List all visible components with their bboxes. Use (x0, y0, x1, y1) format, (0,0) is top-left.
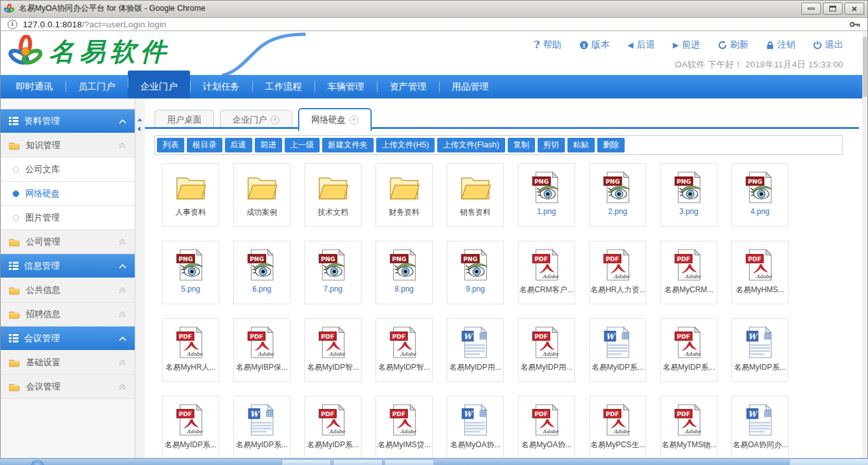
file-cell[interactable]: PDFAdobe名易MyIDP智... (304, 318, 362, 382)
file-cell[interactable]: PNG8.png (376, 241, 433, 304)
file-cell[interactable]: PNG2.png (589, 163, 646, 227)
nav-item-2[interactable]: 员工门户 (65, 75, 128, 98)
taskbar-window-button[interactable] (384, 459, 434, 465)
header-link-forward[interactable]: ▶前进 (673, 39, 700, 51)
toolbar-button-3[interactable]: 后退 (225, 138, 252, 152)
toolbar-button-1[interactable]: 列表 (157, 138, 184, 152)
page-scrollbar[interactable] (862, 32, 867, 459)
sidebar-item-3[interactable]: 公司文库 (1, 158, 135, 182)
sidebar-item-6[interactable]: 公司管理 (1, 230, 135, 254)
splitter-collapse-up-icon[interactable] (137, 118, 142, 121)
file-cell[interactable]: PDFAdobe名易HR人力资... (589, 241, 646, 304)
splitter-collapse-left-icon[interactable] (137, 126, 140, 131)
tab-2[interactable]: 企业门户× (220, 110, 292, 129)
file-cell[interactable]: 技术文档 (304, 163, 362, 227)
system-tray[interactable] (789, 459, 868, 465)
file-cell[interactable]: 人事资料 (162, 163, 219, 227)
svg-text:PNG: PNG (250, 255, 264, 262)
minimize-button[interactable] (801, 3, 821, 15)
address-bar[interactable]: i 127.0.0.1:8018/?act=userLogin.login (0, 18, 868, 31)
file-cell[interactable]: PDFAdobe名易MyIDP智... (376, 318, 433, 382)
toolbar-button-4[interactable]: 前进 (255, 138, 282, 152)
file-cell[interactable]: PNG7.png (304, 241, 362, 304)
file-cell[interactable]: PDFAdobe名易MyTMS物... (660, 396, 717, 459)
file-cell[interactable]: PDFAdobe名易MyOA协... (518, 396, 575, 459)
file-cell[interactable]: W名易MyIDP系... (233, 396, 290, 459)
sidebar-item-5[interactable]: 图片管理 (1, 206, 135, 230)
file-cell[interactable]: W名易MyIDP用... (447, 318, 504, 382)
file-cell[interactable]: PNG4.png (731, 163, 789, 227)
file-cell[interactable]: PDFAdobe名易MyHMS... (731, 241, 789, 304)
nav-item-6[interactable]: 车辆管理 (315, 75, 377, 98)
file-cell[interactable]: PNG1.png (518, 163, 575, 227)
nav-item-5[interactable]: 工作流程 (252, 75, 315, 98)
file-cell[interactable]: PDFAdobe名易MyHR人... (162, 318, 219, 382)
close-button[interactable]: × (844, 3, 864, 15)
file-cell[interactable]: PDFAdobe名易MyIDP用... (518, 318, 575, 382)
file-cell[interactable]: W名易MyIDP系... (589, 318, 646, 382)
file-cell[interactable]: PDFAdobe名易MyPCS生... (589, 396, 646, 459)
file-cell[interactable]: W名易MyOA协... (447, 396, 504, 459)
header-link-back[interactable]: ◀后退 (628, 39, 655, 51)
nav-item-4[interactable]: 计划任务 (190, 75, 252, 98)
toolbar-button-7[interactable]: 上传文件(H5) (376, 138, 435, 152)
sidebar-section-7[interactable]: 信息管理 (1, 254, 135, 278)
start-button[interactable] (31, 460, 44, 465)
header-link-logout[interactable]: 注销 (766, 39, 796, 51)
toolbar-button-6[interactable]: 新建文件夹 (322, 138, 374, 152)
header-link-version[interactable]: i版本 (580, 39, 610, 51)
tab-3[interactable]: 网络硬盘× (298, 108, 372, 131)
toolbar-button-9[interactable]: 复制 (508, 138, 535, 152)
nav-item-1[interactable]: 即时通讯 (3, 75, 65, 98)
file-cell[interactable]: PNG9.png (447, 241, 504, 304)
sidebar-item-4[interactable]: 网络硬盘 (1, 182, 135, 206)
file-cell[interactable]: PDFAdobe名易MyIBP保... (233, 318, 290, 382)
header-link-help[interactable]: ?帮助 (534, 39, 561, 51)
header-link-refresh[interactable]: 刷新 (718, 39, 749, 51)
sidebar-section-1[interactable]: 资料管理 (1, 109, 135, 133)
tab-close-icon[interactable]: × (349, 116, 358, 125)
taskbar-window-button[interactable] (333, 459, 383, 465)
file-name: 6.png (252, 285, 271, 293)
tab-close-icon[interactable]: × (271, 116, 280, 125)
file-cell[interactable]: PNG5.png (162, 241, 219, 304)
sidebar-item-9[interactable]: 招聘信息 (1, 302, 135, 327)
toolbar-button-8[interactable]: 上传文件(Flash) (437, 138, 505, 152)
sidebar-item-11[interactable]: 基础设置 (1, 351, 135, 375)
file-cell[interactable]: PDFAdobe名易MyIMS贷... (376, 396, 433, 459)
sidebar-splitter[interactable] (135, 98, 145, 459)
sidebar-section-10[interactable]: 会议管理 (1, 327, 135, 350)
site-info-icon[interactable]: i (8, 20, 17, 29)
file-cell[interactable]: PDFAdobe名易MyIDP系... (660, 318, 717, 382)
toolbar-button-11[interactable]: 粘贴 (567, 138, 595, 152)
key-icon[interactable] (850, 21, 860, 28)
header-link-exit[interactable]: 退出 (813, 39, 843, 51)
file-cell[interactable]: 销售资料 (447, 163, 504, 227)
nav-item-3[interactable]: 企业门户 (128, 71, 190, 98)
taskbar-window-button[interactable] (281, 459, 331, 465)
toolbar-button-2[interactable]: 根目录 (187, 138, 222, 152)
sidebar-item-8[interactable]: 公共信息 (1, 278, 135, 302)
toolbar-button-12[interactable]: 删除 (597, 138, 625, 152)
nav-item-8[interactable]: 用品管理 (439, 75, 501, 98)
nav-item-7[interactable]: 资产管理 (377, 75, 439, 98)
toolbar-button-10[interactable]: 剪切 (538, 138, 565, 152)
sidebar-item-2[interactable]: 知识管理 (1, 133, 135, 158)
file-cell[interactable]: PNG6.png (233, 241, 290, 304)
toolbar-button-5[interactable]: 上一级 (285, 138, 320, 152)
file-cell[interactable]: 财务资料 (376, 163, 433, 227)
maximize-button[interactable] (823, 3, 843, 15)
file-cell[interactable]: W名易OA协同办... (731, 396, 789, 459)
file-cell[interactable]: PNG3.png (660, 163, 717, 227)
sidebar-item-12[interactable]: 会议管理 (1, 375, 135, 399)
tab-1[interactable]: 用户桌面 (154, 110, 214, 129)
file-cell[interactable]: PDFAdobe名易MyIDP系... (304, 396, 362, 459)
file-cell[interactable]: PDFAdobe名易MyCRM... (660, 241, 717, 304)
file-cell[interactable]: 成功案例 (233, 163, 290, 227)
scrollbar-thumb[interactable] (863, 37, 867, 97)
file-name: 名易MyIDP系... (236, 440, 288, 450)
file-cell[interactable]: PDFAdobe名易CRM客户... (518, 241, 575, 304)
file-cell[interactable]: PDFAdobe名易MyIDP系... (162, 396, 219, 459)
svg-text:PDF: PDF (534, 332, 548, 339)
file-cell[interactable]: W名易MyIDP系... (731, 318, 789, 382)
